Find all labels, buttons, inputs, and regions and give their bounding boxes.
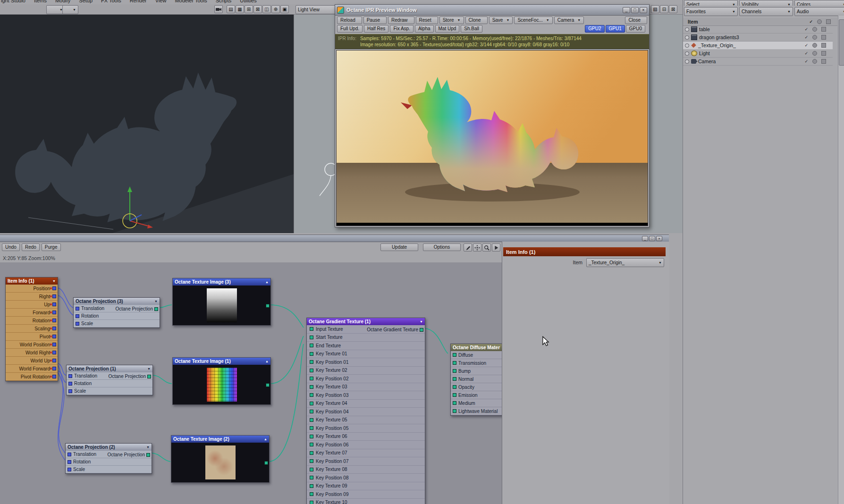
output-socket-icon[interactable] [420, 328, 423, 332]
maximize-button[interactable]: □ [631, 7, 639, 13]
node-input-row[interactable]: Key Texture 02 [307, 367, 425, 375]
output-socket-icon[interactable] [52, 286, 56, 290]
list-item[interactable]: Camera ✓ [683, 58, 833, 66]
node-input-row[interactable]: Key Position 05 [307, 424, 425, 433]
node-output-row[interactable]: World Right [6, 349, 58, 357]
output-socket-icon[interactable] [146, 453, 150, 457]
input-socket-icon[interactable] [453, 369, 456, 373]
scene-tab-dropdown[interactable]: Favorites▼ [684, 7, 738, 16]
input-socket-icon[interactable] [310, 435, 313, 438]
input-socket-icon[interactable] [68, 460, 71, 464]
input-socket-icon[interactable] [310, 443, 313, 446]
input-socket-icon[interactable] [453, 353, 456, 357]
output-socket-icon[interactable] [52, 351, 56, 354]
node-input-row[interactable]: Scale [67, 387, 152, 395]
visibility-dot-icon[interactable] [685, 43, 689, 48]
list-item[interactable]: table ✓ [683, 25, 833, 34]
lock-icon[interactable] [821, 35, 826, 40]
ipr-button[interactable]: Store▼ [439, 17, 464, 24]
node-graph[interactable]: Item Info (1)▼ Position Right [0, 262, 502, 504]
list-item[interactable]: _Texture_Origin_ ✓ [683, 42, 833, 50]
input-socket-icon[interactable] [310, 468, 313, 471]
item-select-dropdown[interactable]: _Texture_Origin_ ▼ [586, 258, 664, 267]
input-socket-icon[interactable] [310, 410, 313, 413]
gpu-button[interactable]: GPU2 [585, 25, 604, 33]
node-output-row[interactable]: Up [6, 301, 58, 309]
input-socket-icon[interactable] [68, 382, 72, 386]
maximize-button[interactable]: □ [649, 236, 655, 241]
menu-item[interactable]: Setup [79, 0, 93, 3]
close-button[interactable]: × [640, 7, 647, 13]
node-input-row[interactable]: Key Texture 06 [307, 433, 425, 441]
menu-item[interactable]: Modify [55, 0, 70, 3]
ipr-button[interactable]: Close [625, 17, 647, 24]
menu-item[interactable]: View [155, 0, 167, 3]
node-input-row[interactable]: Transmission [451, 359, 502, 367]
input-socket-icon[interactable] [310, 344, 313, 347]
input-socket-icon[interactable] [310, 327, 313, 331]
node-octane-texture-image-2[interactable]: Octane Texture Image (2)▲ [171, 435, 270, 483]
node-octane-texture-image-3[interactable]: Octane Texture Image (3)▲ [172, 278, 271, 326]
ipr-titlebar[interactable]: Octane IPR Preview Window _ □ × [335, 5, 649, 16]
ipr-render-view[interactable] [336, 50, 648, 226]
output-socket-icon[interactable] [52, 311, 56, 314]
lock-icon[interactable] [821, 51, 826, 56]
node-output-row[interactable]: Pivot [6, 333, 58, 341]
ipr-toggle-button[interactable]: Alpha [415, 25, 434, 33]
ipr-button[interactable]: Save▼ [489, 17, 513, 24]
perspective-viewport[interactable] [0, 15, 294, 233]
input-socket-icon[interactable] [310, 492, 313, 496]
node-input-row[interactable]: Key Position 08 [307, 474, 425, 482]
node-input-row[interactable]: Key Position 07 [307, 457, 425, 466]
output-socket-icon[interactable] [52, 359, 56, 362]
node-input-row[interactable]: Key Texture 10 [307, 499, 425, 504]
output-socket-icon[interactable] [52, 302, 56, 306]
input-socket-icon[interactable] [310, 484, 313, 488]
ipr-button[interactable]: Clone [465, 17, 488, 24]
input-socket-icon[interactable] [310, 369, 313, 372]
history-button[interactable]: Purge [42, 244, 61, 251]
output-socket-icon[interactable] [52, 294, 56, 298]
check-icon[interactable]: ✓ [804, 35, 808, 40]
ipr-button[interactable]: Pause [363, 17, 387, 24]
menu-item[interactable]: Modeler Tools [175, 0, 207, 3]
history-button[interactable]: Undo [2, 244, 20, 251]
node-input-row[interactable]: Key Texture 05 [307, 416, 425, 425]
scene-scrollbar-thumb[interactable] [839, 19, 844, 66]
pan-icon[interactable] [473, 244, 481, 252]
node-octane-projection-1[interactable]: Octane Projection (1)▼ Translation Rotat… [66, 365, 153, 395]
ipr-toggle-button[interactable]: Half Res [364, 25, 388, 33]
input-socket-icon[interactable] [310, 451, 313, 455]
input-socket-icon[interactable] [310, 360, 313, 364]
node-octane-projection-2[interactable]: Octane Projection (2)▼ Translation Rotat… [65, 443, 152, 474]
ipr-toggle-button[interactable]: Mat Upd [435, 25, 460, 33]
input-socket-icon[interactable] [310, 418, 313, 422]
input-socket-icon[interactable] [310, 476, 313, 479]
eye-icon[interactable] [812, 59, 817, 64]
edit-pencil-icon[interactable] [464, 244, 472, 252]
node-input-row[interactable]: Key Texture 01 [307, 350, 425, 359]
viewport-option-icon[interactable]: ▧ [651, 5, 659, 13]
node-input-row[interactable]: End Texture [307, 342, 425, 350]
output-socket-icon[interactable] [154, 307, 158, 311]
ipr-toggle-button[interactable]: Fix Asp. [390, 25, 414, 33]
node-output-row[interactable]: World Up [6, 357, 58, 365]
node-input-row[interactable]: Key Texture 08 [307, 466, 425, 474]
input-socket-icon[interactable] [310, 393, 313, 397]
input-socket-icon[interactable] [310, 352, 313, 356]
scene-selector-dropdown[interactable]: Select▼ [684, 0, 738, 6]
input-socket-icon[interactable] [453, 385, 456, 389]
viewport-tool-icon[interactable]: ⊠ [253, 5, 262, 13]
ipr-button[interactable]: Camera▼ [554, 17, 584, 24]
view-type-dropdown[interactable]: Light View ▼ [295, 5, 340, 14]
scene-scrollbar[interactable] [838, 16, 844, 504]
input-socket-icon[interactable] [453, 393, 456, 397]
ipr-toggle-button[interactable]: Full Upd. [337, 25, 363, 33]
node-input-row[interactable]: Key Position 02 [307, 375, 425, 383]
menu-item[interactable]: FX Tools [101, 0, 121, 3]
list-item[interactable]: Light ✓ [683, 50, 833, 58]
node-input-row[interactable]: Key Texture 07 [307, 449, 425, 458]
input-socket-icon[interactable] [453, 409, 456, 413]
minimize-button[interactable]: _ [642, 236, 648, 241]
menu-item[interactable]: ight Studio [1, 0, 25, 3]
